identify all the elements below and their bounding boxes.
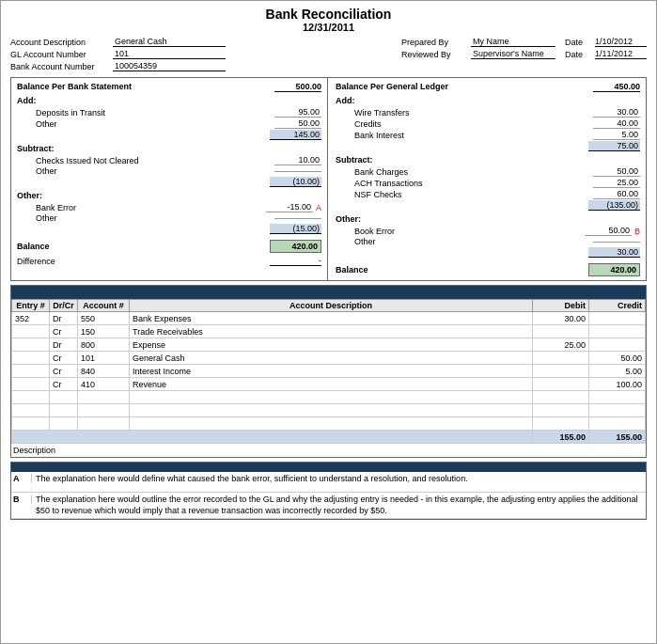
ledger-add-item-label-2: Bank Interest	[354, 131, 593, 140]
row-1-description: Trade Receivables	[130, 325, 533, 338]
bank-subtract-subtotal: (10.00)	[270, 177, 321, 187]
ledger-subtract-item-2: NSF Checks 60.00	[336, 189, 640, 199]
col-credit: Credit	[589, 300, 646, 312]
row-8-credit	[589, 417, 646, 431]
table-row: Cr410Revenue100.00	[12, 378, 646, 391]
bank-other-subtotal: (15.00)	[270, 224, 321, 234]
bank-account-row: Bank Account Number 100054359	[10, 61, 226, 71]
bank-add-item-0: Deposits in Transit 95.00	[17, 107, 321, 118]
ledger-add-item-value-2: 5.00	[593, 130, 640, 140]
col-drcr: Dr/Cr	[50, 300, 78, 312]
row-0-dr_cr: Dr	[50, 312, 78, 325]
row-7-entry	[12, 404, 50, 417]
ledger-add-label: Add:	[336, 96, 640, 105]
row-4-debit	[533, 365, 589, 378]
row-3-account: 101	[78, 352, 130, 365]
ledger-add-subtotal-row: 75.00	[336, 141, 640, 151]
ledger-add-subtotal: 75.00	[588, 141, 640, 151]
report-date: 12/31/2011	[10, 22, 647, 33]
bank-subtract-item-label-0: Checks Issued Not Cleared	[36, 156, 274, 165]
row-0-debit: 30.00	[533, 312, 589, 325]
bank-other-section: Other: Bank Error -15.00 A Other (15.00)	[17, 191, 321, 234]
table-row: 352Dr550Bank Expenses30.00	[12, 312, 646, 325]
note-key-0: A	[13, 474, 32, 483]
page-title: Bank Reconciliation	[10, 7, 647, 22]
bank-subtract-label: Subtract:	[17, 144, 321, 153]
row-6-debit	[533, 391, 589, 404]
row-1-credit	[589, 325, 646, 338]
bank-add-item-label-1: Other	[36, 119, 274, 129]
prepared-date-label: Date	[565, 38, 591, 47]
title-section: Bank Reconciliation 12/31/2011	[10, 7, 647, 33]
row-3-dr_cr: Cr	[50, 352, 78, 365]
bank-add-item-label-0: Deposits in Transit	[36, 108, 274, 118]
note-text-0: The explanation here would define what c…	[36, 474, 644, 485]
bank-other-flag-0: A	[316, 203, 321, 212]
ledger-balance-row: Balance 420.00	[336, 263, 640, 276]
note-row-0: A The explanation here would define what…	[11, 472, 646, 493]
journal-table: Entry # Dr/Cr Account # Account Descript…	[11, 299, 646, 444]
bank-subtract-item-1: Other	[17, 166, 321, 176]
row-1-debit	[533, 325, 589, 338]
ledger-add-item-2: Bank Interest 5.00	[336, 130, 640, 140]
row-2-description: Expense	[130, 338, 533, 352]
row-4-account: 840	[78, 365, 130, 378]
ledger-other-item-value-0: 50.00	[585, 226, 632, 236]
bank-section: Balance Per Bank Statement 500.00 Add: D…	[11, 78, 328, 280]
row-5-debit	[533, 378, 589, 391]
row-4-credit: 5.00	[589, 365, 646, 378]
ledger-subtract-label: Subtract:	[336, 155, 640, 165]
row-0-description: Bank Expenses	[130, 312, 533, 325]
bank-other-item-value-1	[274, 218, 321, 219]
row-5-dr_cr: Cr	[50, 378, 78, 391]
row-3-entry	[12, 352, 50, 365]
bank-difference-value: -	[270, 256, 321, 266]
ledger-add-item-label-1: Credits	[354, 119, 593, 129]
table-row: Cr150Trade Receivables	[12, 325, 646, 338]
row-6-credit	[589, 391, 646, 404]
table-row: Cr101General Cash50.00	[12, 352, 646, 365]
ledger-balance-value: 420.00	[588, 263, 640, 276]
row-7-credit	[589, 404, 646, 417]
ledger-subtract-section: Subtract: Bank Charges 50.00 ACH Transac…	[336, 155, 640, 211]
col-entry: Entry #	[12, 300, 50, 312]
bank-account-label: Bank Account Number	[10, 62, 109, 71]
row-8-entry	[12, 417, 50, 431]
row-0-entry: 352	[12, 312, 50, 325]
ledger-subtract-item-value-2: 60.00	[593, 189, 640, 199]
ledger-other-subtotal: 30.00	[588, 247, 640, 258]
ledger-subtract-item-label-0: Bank Charges	[354, 167, 593, 177]
table-row	[12, 417, 646, 431]
prepared-by-value: My Name	[471, 37, 555, 47]
row-3-description: General Cash	[130, 352, 533, 365]
reviewed-by-label: Reviewed By	[401, 50, 467, 59]
ledger-other-label: Other:	[336, 214, 640, 224]
row-5-description: Revenue	[130, 378, 533, 391]
account-description-value: General Cash	[113, 37, 226, 47]
row-3-credit: 50.00	[589, 352, 646, 365]
bank-header-value: 500.00	[274, 82, 321, 92]
reviewed-date-value: 1/11/2012	[595, 49, 647, 59]
row-8-account	[78, 417, 130, 431]
bank-difference-row: Difference -	[17, 256, 321, 266]
row-2-entry	[12, 338, 50, 352]
row-1-entry	[12, 325, 50, 338]
bank-add-subtotal-row: 145.00	[17, 130, 321, 140]
bank-other-label: Other:	[17, 191, 321, 200]
journal-header-bar	[11, 286, 646, 299]
note-text-1: The explanation here would outline the e…	[36, 495, 644, 516]
reviewed-by-value: Supervisor's Name	[471, 49, 555, 59]
row-8-dr_cr	[50, 417, 78, 431]
ledger-section: Balance Per General Ledger 450.00 Add: W…	[330, 78, 646, 280]
description-label: Description	[11, 444, 646, 457]
row-1-dr_cr: Cr	[50, 325, 78, 338]
row-0-account: 550	[78, 312, 130, 325]
ledger-subtract-item-label-2: NSF Checks	[354, 190, 593, 199]
reconciliation-area: Balance Per Bank Statement 500.00 Add: D…	[10, 77, 647, 281]
prepared-date-value: 1/10/2012	[595, 37, 647, 47]
bank-add-item-value-0: 95.00	[274, 107, 321, 118]
ledger-header-label: Balance Per General Ledger	[336, 82, 448, 92]
row-2-debit: 25.00	[533, 338, 589, 352]
bank-other-item-label-0: Bank Error	[36, 203, 266, 212]
row-6-account	[78, 391, 130, 404]
